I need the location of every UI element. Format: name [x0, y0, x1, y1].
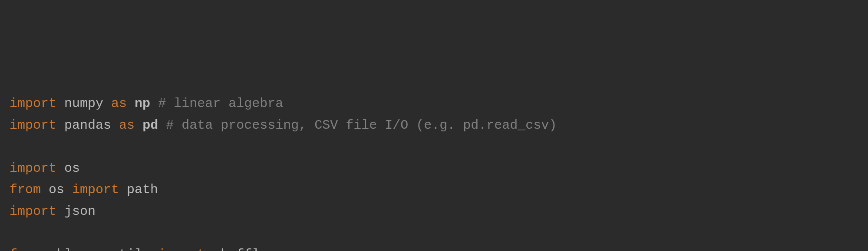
comment: # linear algebra	[158, 96, 283, 111]
module-name: sklearn.utils	[49, 247, 150, 251]
code-line-1: import numpy as np # linear algebra	[10, 93, 858, 115]
keyword-import: import	[10, 161, 56, 176]
module-name: json	[64, 204, 96, 219]
code-line-3	[10, 136, 858, 158]
keyword-from: from	[10, 247, 41, 251]
code-line-8: from sklearn.utils import shuffle	[10, 244, 858, 251]
import-name: path	[127, 182, 158, 197]
code-block: import numpy as np # linear algebraimpor…	[10, 93, 858, 251]
import-name: shuffle	[213, 247, 267, 251]
keyword-import: import	[72, 182, 119, 197]
module-name: pandas	[64, 118, 111, 133]
module-name: os	[64, 161, 80, 176]
module-name: os	[49, 182, 64, 197]
keyword-import: import	[10, 118, 56, 133]
alias-name: pd	[142, 118, 158, 133]
alias-name: np	[135, 96, 150, 111]
code-line-7	[10, 222, 858, 244]
code-line-5: from os import path	[10, 179, 858, 201]
comment: # data processing, CSV file I/O (e.g. pd…	[166, 118, 557, 133]
keyword-as: as	[111, 96, 127, 111]
code-line-6: import json	[10, 201, 858, 223]
keyword-import: import	[158, 247, 205, 251]
code-line-4: import os	[10, 158, 858, 180]
keyword-import: import	[10, 204, 56, 219]
module-name: numpy	[64, 96, 103, 111]
keyword-from: from	[10, 182, 41, 197]
code-line-2: import pandas as pd # data processing, C…	[10, 115, 858, 137]
keyword-as: as	[119, 118, 135, 133]
keyword-import: import	[10, 96, 56, 111]
